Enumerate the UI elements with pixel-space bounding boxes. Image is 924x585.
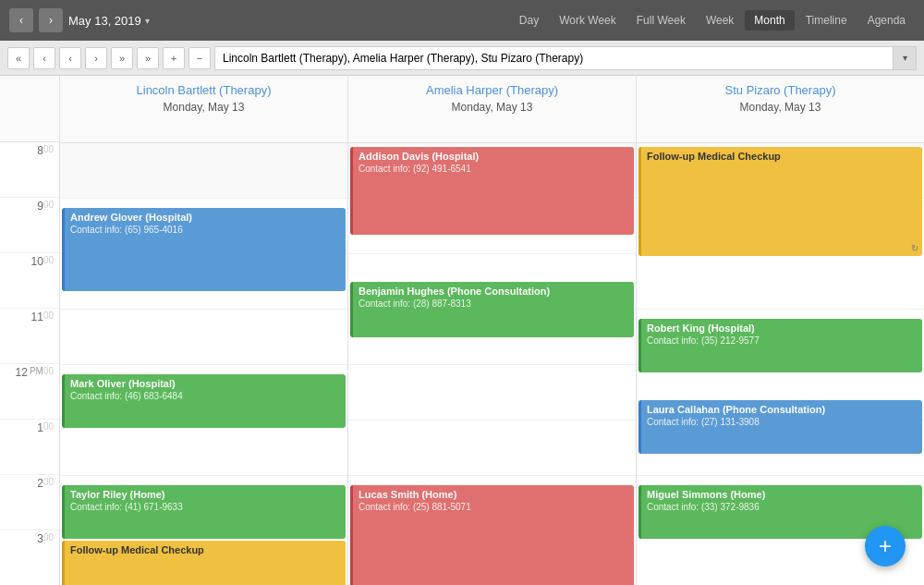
tab-day[interactable]: Day — [510, 10, 548, 30]
row-8 — [60, 143, 347, 199]
event-title: Mark Oliver (Hospital) — [70, 378, 340, 389]
add-icon: + — [879, 533, 892, 559]
event-title: Lucas Smith (Home) — [359, 489, 628, 500]
time-slot-11: 11 00 — [0, 309, 59, 364]
date-label[interactable]: May 13, 2019 ▾ — [68, 14, 150, 28]
row-12 — [348, 365, 636, 420]
next-small-button[interactable]: › — [85, 47, 107, 69]
nav-left: ‹ › May 13, 2019 ▾ — [9, 8, 150, 32]
resource-header-1: Amelia Harper (Therapy) Monday, May 13 — [348, 76, 637, 142]
event-info: Contact info: (27) 131-3908 — [647, 417, 917, 427]
add-event-fab[interactable]: + — [865, 526, 906, 567]
resource-header-0: Lincoln Bartlett (Therapy) Monday, May 1… — [60, 76, 348, 142]
time-slot-10: 10 00 — [0, 253, 59, 309]
prev-small-button[interactable]: ‹ — [59, 47, 81, 69]
resource-header-2: Stu Pizaro (Therapy) Monday, May 13 — [637, 76, 924, 142]
resource-date-1: Monday, May 13 — [352, 101, 632, 114]
refresh-icon: ↻ — [911, 243, 918, 253]
time-slot-8: 8 00 — [0, 142, 59, 198]
event-title: Miguel Simmons (Home) — [647, 489, 917, 500]
resource-col-0: Andrew Glover (Hospital) Contact info: (… — [60, 143, 348, 585]
event-title: Benjamin Hughes (Phone Consultation) — [359, 286, 628, 297]
tab-timeline[interactable]: Timeline — [796, 10, 857, 30]
row-1 — [60, 420, 347, 476]
event-taylor-riley[interactable]: Taylor Riley (Home) Contact info: (41) 6… — [62, 485, 346, 539]
resource-col-2: Follow-up Medical Checkup ↻ Robert King … — [637, 143, 924, 585]
event-lucas-smith[interactable]: Lucas Smith (Home) Contact info: (25) 88… — [350, 485, 634, 585]
top-nav: ‹ › May 13, 2019 ▾ Day Work Week Full We… — [0, 0, 924, 41]
event-andrew-glover[interactable]: Andrew Glover (Hospital) Contact info: (… — [62, 208, 346, 291]
filter-input[interactable] — [214, 46, 917, 70]
next-button[interactable]: › — [39, 8, 63, 32]
resource-date-0: Monday, May 13 — [64, 101, 344, 114]
row-11 — [60, 310, 347, 365]
time-slot-1: 1 00 — [0, 420, 59, 475]
event-title: Addison Davis (Hospital) — [359, 151, 628, 162]
grid-body: Andrew Glover (Hospital) Contact info: (… — [60, 143, 924, 585]
event-title: Follow-up Medical Checkup — [70, 544, 340, 555]
event-info: Contact info: (41) 671-9633 — [70, 502, 340, 512]
last-page-button[interactable]: » — [137, 47, 159, 69]
filter-dropdown-button[interactable]: ▾ — [893, 46, 917, 70]
tab-month[interactable]: Month — [745, 10, 794, 30]
calendar-container: 8 00 9 00 10 00 11 00 12PM 00 1 00 2 00 … — [0, 76, 924, 585]
event-info: Contact info: (92) 491-6541 — [359, 164, 628, 174]
time-slot-12: 12PM 00 — [0, 364, 59, 420]
event-followup-0[interactable]: Follow-up Medical Checkup ↻ — [62, 541, 346, 585]
resources-area: Lincoln Bartlett (Therapy) Monday, May 1… — [60, 76, 924, 585]
resource-name-1: Amelia Harper (Therapy) — [352, 83, 632, 97]
time-header-spacer — [0, 76, 59, 142]
tab-week[interactable]: Week — [697, 10, 743, 30]
next-page-button[interactable]: » — [111, 47, 133, 69]
first-page-button[interactable]: « — [7, 47, 30, 69]
resource-name-0: Lincoln Bartlett (Therapy) — [64, 83, 344, 97]
time-slot-2: 2 00 — [0, 475, 59, 530]
tab-fullweek[interactable]: Full Week — [627, 10, 695, 30]
prev-page-button[interactable]: ‹ — [33, 47, 55, 69]
row-1 — [348, 420, 636, 476]
event-laura-callahan[interactable]: Laura Callahan (Phone Consultation) Cont… — [638, 400, 922, 454]
event-benjamin-hughes[interactable]: Benjamin Hughes (Phone Consultation) Con… — [350, 282, 634, 337]
event-title: Robert King (Hospital) — [647, 323, 917, 334]
tab-workweek[interactable]: Work Week — [550, 10, 626, 30]
date-chevron-icon: ▾ — [145, 16, 150, 26]
event-title: Laura Callahan (Phone Consultation) — [647, 404, 917, 415]
time-column: 8 00 9 00 10 00 11 00 12PM 00 1 00 2 00 … — [0, 76, 60, 585]
secondary-toolbar: « ‹ ‹ › » » + − ▾ — [0, 41, 924, 76]
add-filter-button[interactable]: + — [163, 47, 185, 69]
event-followup-2[interactable]: Follow-up Medical Checkup ↻ — [638, 147, 922, 256]
date-text: May 13, 2019 — [68, 14, 141, 28]
remove-filter-button[interactable]: − — [188, 47, 211, 69]
row-10 — [637, 254, 924, 310]
resource-date-2: Monday, May 13 — [640, 101, 920, 114]
event-title: Andrew Glover (Hospital) — [70, 212, 340, 223]
time-slot-9: 9 00 — [0, 198, 59, 253]
event-info: Contact info: (65) 965-4016 — [70, 225, 340, 235]
event-mark-oliver[interactable]: Mark Oliver (Hospital) Contact info: (46… — [62, 374, 346, 428]
event-title: Follow-up Medical Checkup — [647, 151, 917, 162]
event-info: Contact info: (28) 887-8313 — [359, 299, 628, 309]
event-addison-davis[interactable]: Addison Davis (Hospital) Contact info: (… — [350, 147, 634, 235]
event-info: Contact info: (35) 212-9577 — [647, 335, 917, 346]
event-info: Contact info: (25) 881-5071 — [359, 502, 628, 512]
prev-button[interactable]: ‹ — [9, 8, 33, 32]
tab-agenda[interactable]: Agenda — [858, 10, 915, 30]
event-info: Contact info: (33) 372-9836 — [647, 502, 917, 512]
event-title: Taylor Riley (Home) — [70, 489, 340, 500]
view-tabs: Day Work Week Full Week Week Month Timel… — [510, 10, 915, 30]
resource-headers: Lincoln Bartlett (Therapy) Monday, May 1… — [60, 76, 924, 143]
event-robert-king[interactable]: Robert King (Hospital) Contact info: (35… — [638, 319, 922, 372]
resource-name-2: Stu Pizaro (Therapy) — [640, 83, 920, 97]
filter-input-wrap: ▾ — [214, 46, 917, 70]
time-slot-3: 3 00 — [0, 530, 59, 585]
event-info: Contact info: (46) 683-6484 — [70, 391, 340, 401]
resource-col-1: Addison Davis (Hospital) Contact info: (… — [348, 143, 637, 585]
